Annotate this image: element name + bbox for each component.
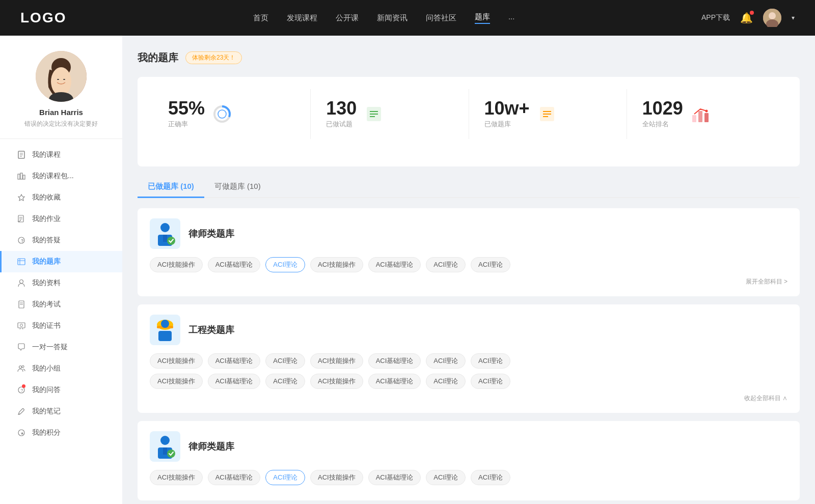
eng-tag-2[interactable]: ACI理论 [265,353,305,369]
sidebar-item-course-label: 我的课程 [32,150,61,159]
sidebar-item-points[interactable]: ★ 我的积分 [0,422,122,443]
sidebar-item-profile-label: 我的资料 [32,278,61,288]
svg-rect-23 [18,259,25,265]
tag-3[interactable]: ACI技能操作 [310,257,363,272]
svg-rect-30 [18,323,25,328]
eng-tag-r2-2[interactable]: ACI理论 [265,374,305,389]
profile-icon [17,278,26,288]
nav-qa[interactable]: 问答社区 [426,13,456,23]
sidebar-item-qbank[interactable]: 我的题库 [0,251,122,272]
qbank-section-engineering: 工程类题库 ACI技能操作 ACI基础理论 ACI理论 ACI技能操作 ACI基… [138,304,800,413]
eng-tag-r2-0[interactable]: ACI技能操作 [150,374,203,389]
qbank-title-engineering: 工程类题库 [188,324,234,336]
tag-6[interactable]: ACI理论 [471,257,510,272]
l2-tag-4[interactable]: ACI基础理论 [368,470,421,485]
eng-tag-r2-5[interactable]: ACI理论 [426,374,466,389]
sidebar-item-homework[interactable]: 我的作业 [0,208,122,230]
sidebar-item-course-pkg-label: 我的课程包... [32,172,74,181]
svg-point-8 [63,79,65,80]
eng-tag-4[interactable]: ACI基础理论 [368,353,421,369]
expand-link-lawyer1[interactable]: 展开全部科目 > [150,277,787,286]
stat-rank-label: 全站排名 [642,120,683,129]
stats-row: 55% 正确率 130 已做试题 [153,89,784,139]
l2-tag-0[interactable]: ACI技能操作 [150,470,203,485]
qbank-tags-lawyer2: ACI技能操作 ACI基础理论 ACI理论 ACI技能操作 ACI基础理论 AC… [150,470,787,485]
group-icon [17,364,26,373]
eng-tag-5[interactable]: ACI理论 [426,353,466,369]
eng-tag-0[interactable]: ACI技能操作 [150,353,203,369]
sidebar-item-questions[interactable]: ? 我的问答 [0,379,122,401]
header: LOGO 首页 发现课程 公开课 新闻资讯 问答社区 题库 ··· APP下载 … [0,0,815,36]
nav-courses[interactable]: 发现课程 [287,13,317,23]
main-nav: 首页 发现课程 公开课 新闻资讯 问答社区 题库 ··· [253,12,515,24]
eng-tag-3[interactable]: ACI技能操作 [310,353,363,369]
l2-tag-3[interactable]: ACI技能操作 [310,470,363,485]
sidebar-item-course[interactable]: 我的课程 [0,144,122,165]
eng-tag-1[interactable]: ACI基础理论 [208,353,261,369]
sidebar-item-certificate[interactable]: 我的证书 [0,315,122,337]
sidebar-item-qbank-label: 我的题库 [32,257,61,266]
eng-tag-r2-3[interactable]: ACI技能操作 [310,374,363,389]
avatar[interactable] [763,9,781,27]
sidebar-item-points-label: 我的积分 [32,428,61,437]
notification-bell[interactable]: 🔔 [740,12,753,24]
tag-4[interactable]: ACI基础理论 [368,257,421,272]
sidebar-item-certificate-label: 我的证书 [32,321,61,330]
nav-home[interactable]: 首页 [253,13,268,23]
sidebar-item-exam[interactable]: 我的考试 [0,294,122,315]
svg-rect-54 [704,113,709,122]
sidebar-item-favorites[interactable]: 我的收藏 [0,187,122,208]
l2-tag-1[interactable]: ACI基础理论 [208,470,261,485]
sidebar-item-one-on-one[interactable]: 一对一答疑 [0,337,122,358]
course-pkg-icon [17,172,26,181]
svg-point-64 [161,320,169,328]
sidebar-item-notes[interactable]: 我的笔记 [0,401,122,422]
stat-rank: 1029 全站排名 [627,89,784,139]
nav-open-course[interactable]: 公开课 [336,13,359,23]
l2-tag-5[interactable]: ACI理论 [426,470,466,485]
lawyer2-icon [150,431,180,462]
tab-done[interactable]: 已做题库 (10) [138,177,204,198]
collapse-link-engineering[interactable]: 收起全部科目 ∧ [150,394,787,403]
eng-tag-r2-1[interactable]: ACI基础理论 [208,374,261,389]
sidebar-profile: Brian Harris 错误的决定比没有决定要好 [0,51,122,139]
app-download-btn[interactable]: APP下载 [701,13,730,22]
stat-rank-content: 1029 全站排名 [642,99,683,129]
stat-banks-done-label: 已做题库 [484,120,530,129]
svg-point-55 [705,110,708,113]
stat-banks-done-value: 10w+ [484,99,530,118]
nav-news[interactable]: 新闻资讯 [377,13,408,23]
profile-avatar-image [36,51,87,102]
svg-point-31 [20,324,23,327]
l2-tag-6[interactable]: ACI理论 [471,470,510,485]
eng-tag-r2-6[interactable]: ACI理论 [471,374,510,389]
sidebar-item-qa-mine[interactable]: ? 我的答疑 [0,230,122,251]
qbank-title-lawyer1: 律师类题库 [188,228,234,240]
nav-more[interactable]: ··· [508,14,515,22]
tag-2[interactable]: ACI理论 [265,257,305,272]
svg-text:?: ? [21,238,24,243]
exam-icon [17,300,26,309]
tab-available[interactable]: 可做题库 (10) [204,177,271,198]
eng-tag-r2-4[interactable]: ACI基础理论 [368,374,421,389]
sidebar-item-group[interactable]: 我的小组 [0,358,122,379]
stat-banks-done: 10w+ 已做题库 [469,89,627,139]
eng-tag-6[interactable]: ACI理论 [471,353,510,369]
sidebar-item-exam-label: 我的考试 [32,300,61,309]
tag-1[interactable]: ACI基础理论 [208,257,261,272]
svg-point-34 [19,366,22,369]
main-layout: Brian Harris 错误的决定比没有决定要好 我的课程 我的课程包... [0,36,815,504]
sidebar-item-profile[interactable]: 我的资料 [0,272,122,294]
account-dropdown[interactable]: ▾ [792,14,795,21]
l2-tag-2[interactable]: ACI理论 [265,470,305,485]
page-title: 我的题库 [138,51,178,65]
nav-qbank[interactable]: 题库 [475,12,490,24]
qbank-header-lawyer1: 律师类题库 [150,218,787,249]
accuracy-pie-icon [212,104,232,124]
tag-0[interactable]: ACI技能操作 [150,257,203,272]
svg-rect-53 [698,111,702,122]
tag-5[interactable]: ACI理论 [426,257,466,272]
sidebar-item-course-pkg[interactable]: 我的课程包... [0,165,122,187]
page-title-row: 我的题库 体验剩余23天！ [138,51,800,65]
sidebar-item-homework-label: 我的作业 [32,214,61,223]
